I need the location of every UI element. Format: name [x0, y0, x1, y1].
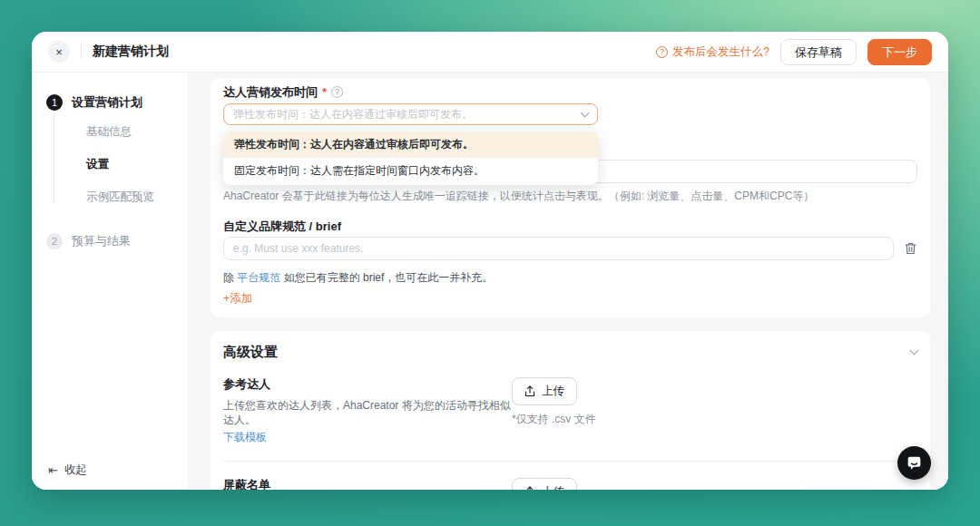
new-campaign-modal: × 新建营销计划 ? 发布后会发生什么? 保存草稿 下一步 1 设置营销计划 基…: [32, 32, 948, 490]
header-divider: [81, 45, 82, 59]
info-icon[interactable]: ?: [331, 86, 343, 98]
csv-only-note: *仅支持 .csv 文件: [512, 412, 596, 427]
upload-button-label: 上传: [542, 384, 564, 399]
sidebar-item-settings[interactable]: 设置: [86, 157, 188, 172]
step-1-label: 设置营销计划: [72, 94, 142, 111]
upload-icon: [524, 385, 535, 397]
page-title: 新建营销计划: [93, 44, 169, 60]
reference-creators-section: 参考达人 上传您喜欢的达人列表，AhaCreator 将为您的活动寻找相似达人。…: [223, 376, 917, 445]
step-connector-line: [54, 114, 54, 203]
collapse-section-chevron-icon[interactable]: [910, 346, 919, 356]
step-2-label: 预算与结果: [72, 233, 131, 249]
question-circle-icon: ?: [656, 46, 668, 58]
chevron-down-icon: [581, 108, 590, 117]
publish-time-select-placeholder: 弹性发布时间：达人在内容通过审核后即可发布。: [233, 107, 582, 122]
blocklist-section: 屏蔽名单 上传您不希望合作的达人名单。下载模板 上传 *仅支持 .csv 文件: [223, 477, 917, 490]
brief-helper-prefix: 除: [223, 271, 237, 284]
steps-sidebar: 1 设置营销计划 基础信息 设置 示例匹配预览 2 预算与结果 ⇤ 收起: [32, 73, 188, 490]
sidebar-step-1[interactable]: 1 设置营销计划: [46, 94, 188, 111]
sidebar-step-2[interactable]: 2 预算与结果: [46, 233, 188, 249]
sidebar-item-sample-preview[interactable]: 示例匹配预览: [86, 190, 188, 205]
main-content: 达人营销发布时间* ? 弹性发布时间：达人在内容通过审核后即可发布。 弹性发布时…: [188, 73, 948, 490]
dropdown-option-fixed[interactable]: 固定发布时间：达人需在指定时间窗口内发布内容。: [223, 158, 598, 184]
reference-creators-desc: 上传您喜欢的达人列表，AhaCreator 将为您的活动寻找相似达人。: [223, 398, 512, 427]
platform-spec-link[interactable]: 平台规范: [237, 271, 280, 284]
brief-label: 自定义品牌规范 / brief: [223, 219, 917, 233]
publish-time-select[interactable]: 弹性发布时间：达人在内容通过审核后即可发布。: [223, 103, 598, 125]
advanced-settings-card: 高级设置 参考达人 上传您喜欢的达人列表，AhaCreator 将为您的活动寻找…: [211, 331, 930, 490]
required-asterisk: *: [322, 85, 327, 99]
sidebar-item-basic-info[interactable]: 基础信息: [86, 124, 188, 140]
chat-launcher-button[interactable]: [897, 446, 931, 480]
upload-blocklist-button[interactable]: 上传: [512, 478, 577, 490]
step-1-badge: 1: [46, 94, 63, 111]
collapse-label: 收起: [64, 463, 87, 478]
close-button[interactable]: ×: [48, 41, 70, 63]
publish-time-label: 达人营销发布时间* ?: [223, 85, 917, 99]
section-divider: [223, 461, 917, 462]
step-2-badge: 2: [46, 233, 63, 249]
brief-helper-suffix: 如您已有完整的 brief，也可在此一并补充。: [280, 271, 493, 284]
next-step-button[interactable]: 下一步: [867, 39, 932, 65]
help-link-label: 发布后会发生什么?: [672, 44, 769, 60]
brief-helper-text: 除 平台规范 如您已有完整的 brief，也可在此一并补充。: [223, 271, 917, 285]
upload-button-label: 上传: [542, 484, 564, 490]
save-draft-button[interactable]: 保存草稿: [780, 39, 857, 65]
download-template-link[interactable]: 下载模板: [223, 430, 267, 445]
chat-bubble-icon: [906, 454, 923, 472]
tracking-helper-text: AhaCreator 会基于此链接为每位达人生成唯一追踪链接，以便统计点击与表现…: [223, 190, 917, 203]
settings-form-card: 达人营销发布时间* ? 弹性发布时间：达人在内容通过审核后即可发布。 弹性发布时…: [211, 78, 930, 317]
collapse-icon: ⇤: [48, 463, 58, 477]
upload-icon: [524, 486, 535, 490]
reference-creators-title: 参考达人: [223, 376, 512, 393]
publish-time-label-text: 达人营销发布时间: [223, 85, 318, 99]
blocklist-title: 屏蔽名单: [223, 477, 512, 490]
trash-icon[interactable]: [904, 241, 917, 256]
add-brief-button[interactable]: +添加: [223, 291, 252, 307]
publish-help-link[interactable]: ? 发布后会发生什么?: [656, 44, 769, 60]
modal-header: × 新建营销计划 ? 发布后会发生什么? 保存草稿 下一步: [32, 32, 948, 73]
upload-reference-button[interactable]: 上传: [512, 377, 577, 405]
advanced-settings-title: 高级设置: [223, 344, 278, 361]
close-icon: ×: [55, 45, 63, 59]
collapse-sidebar-button[interactable]: ⇤ 收起: [48, 463, 87, 478]
dropdown-option-flexible[interactable]: 弹性发布时间：达人在内容通过审核后即可发布。: [223, 132, 598, 158]
step-1-substeps: 基础信息 设置 示例匹配预览: [46, 111, 188, 233]
brief-input[interactable]: [223, 237, 894, 260]
publish-time-dropdown: 弹性发布时间：达人在内容通过审核后即可发布。 固定发布时间：达人需在指定时间窗口…: [223, 132, 598, 185]
